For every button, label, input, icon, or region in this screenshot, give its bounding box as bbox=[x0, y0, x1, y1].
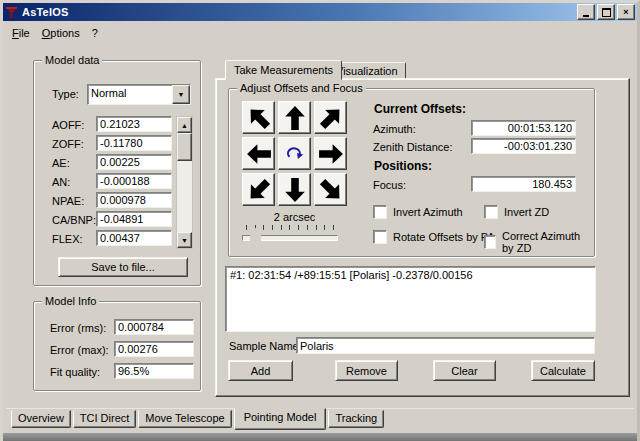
param-input-flex[interactable] bbox=[96, 230, 172, 246]
close-button[interactable]: × bbox=[617, 4, 635, 20]
scrollbar-track[interactable] bbox=[177, 161, 192, 232]
checkbox-label: Invert ZD bbox=[504, 206, 549, 218]
maximize-button[interactable] bbox=[597, 4, 615, 20]
scroll-down-icon[interactable]: ▼ bbox=[177, 232, 192, 248]
chevron-down-icon[interactable]: ▼ bbox=[172, 85, 190, 104]
param-input-cabnp[interactable] bbox=[96, 211, 172, 227]
bottom-tab-tracking[interactable]: Tracking bbox=[328, 410, 384, 428]
type-combobox[interactable]: Normal ▼ bbox=[87, 84, 191, 105]
azimuth-label: Azimuth: bbox=[373, 123, 416, 135]
rotate-arrow-icon bbox=[284, 143, 306, 165]
positions-heading: Positions: bbox=[374, 159, 432, 173]
zenith-distance-label: Zenith Distance: bbox=[373, 141, 452, 153]
fit-quality-input[interactable] bbox=[114, 363, 194, 379]
menu-item-file[interactable]: File bbox=[6, 25, 36, 41]
bottom-tab-tci-direct[interactable]: TCI Direct bbox=[73, 410, 137, 428]
model-info-group: Model Info Error (rms): Error (max): Fit… bbox=[33, 301, 201, 391]
arrow-down-right-icon bbox=[312, 171, 349, 208]
scroll-up-icon[interactable]: ▲ bbox=[177, 117, 192, 133]
param-input-zoff[interactable] bbox=[96, 135, 172, 151]
param-label: AE: bbox=[52, 157, 70, 169]
nudge-right-button[interactable] bbox=[314, 137, 347, 170]
checkbox-label: Rotate Offsets by PA bbox=[393, 231, 495, 243]
sample-name-input[interactable] bbox=[296, 337, 595, 354]
arrow-right-icon bbox=[318, 141, 344, 167]
param-input-npae[interactable] bbox=[96, 192, 172, 208]
bottom-tab-pointing-model[interactable]: Pointing Model bbox=[234, 408, 327, 430]
nudge-pad bbox=[242, 101, 347, 206]
error-max-label: Error (max): bbox=[50, 344, 109, 356]
zenith-distance-input[interactable] bbox=[471, 138, 576, 154]
remove-button[interactable]: Remove bbox=[335, 360, 398, 381]
window-bottom-edge bbox=[3, 433, 637, 441]
param-label: AN: bbox=[52, 176, 70, 188]
tab-take-measurements[interactable]: Take Measurements bbox=[225, 60, 342, 80]
slider-thumb[interactable] bbox=[250, 228, 261, 246]
checkbox-correct-azimuth-by-zd[interactable]: Correct Azimuth by ZD bbox=[484, 230, 594, 254]
arrow-up-left-icon bbox=[240, 99, 277, 136]
save-to-file-button[interactable]: Save to file... bbox=[58, 257, 188, 277]
checkbox-label: Correct Azimuth by ZD bbox=[502, 230, 594, 254]
focus-input[interactable] bbox=[471, 176, 576, 192]
param-label: CA/BNP: bbox=[52, 214, 96, 226]
measurements-listbox[interactable]: #1: 02:31:54 /+89:15:51 [Polaris] -0.237… bbox=[225, 266, 596, 332]
error-max-input[interactable] bbox=[114, 341, 194, 357]
error-rms-input[interactable] bbox=[114, 319, 194, 335]
arrow-down-icon bbox=[282, 177, 308, 203]
calculate-button[interactable]: Calculate bbox=[531, 360, 595, 381]
title-bar[interactable]: AsTelOS × bbox=[3, 3, 637, 21]
bottom-tab-move-telescope[interactable]: Move Telescope bbox=[138, 410, 231, 428]
checkbox-invert-azimuth[interactable]: Invert Azimuth bbox=[373, 205, 463, 219]
bottom-tab-bar: Overview TCI Direct Move Telescope Point… bbox=[11, 410, 384, 430]
nudge-down-button[interactable] bbox=[278, 173, 311, 206]
nudge-up-right-button[interactable] bbox=[314, 101, 347, 134]
menu-item-options[interactable]: Options bbox=[36, 25, 86, 41]
rotate-reset-button[interactable] bbox=[278, 137, 311, 170]
minimize-icon bbox=[583, 15, 589, 17]
param-input-an[interactable] bbox=[96, 173, 172, 189]
model-data-legend: Model data bbox=[42, 54, 102, 66]
param-label: NPAE: bbox=[52, 195, 84, 207]
arrow-down-left-icon bbox=[240, 171, 277, 208]
add-button[interactable]: Add bbox=[228, 360, 293, 381]
minimize-button[interactable] bbox=[577, 4, 595, 20]
param-label: ZOFF: bbox=[52, 138, 84, 150]
menu-item-help[interactable]: ? bbox=[86, 25, 104, 41]
app-icon bbox=[5, 6, 18, 19]
model-info-legend: Model Info bbox=[42, 295, 99, 307]
window-title: AsTelOS bbox=[22, 6, 68, 18]
param-input-ae[interactable] bbox=[96, 154, 172, 170]
param-label: AOFF: bbox=[52, 119, 84, 131]
slider-ticks bbox=[246, 225, 334, 230]
checkbox-icon[interactable] bbox=[484, 205, 498, 219]
azimuth-input[interactable] bbox=[471, 120, 576, 136]
menu-bar: File Options ? bbox=[6, 24, 634, 42]
current-offsets-heading: Current Offsets: bbox=[374, 102, 466, 116]
scrollbar-thumb[interactable] bbox=[177, 133, 192, 161]
param-input-aoff[interactable] bbox=[96, 116, 172, 132]
nudge-left-button[interactable] bbox=[242, 137, 275, 170]
step-slider[interactable] bbox=[242, 225, 338, 249]
clear-button[interactable]: Clear bbox=[433, 360, 496, 381]
type-combobox-value: Normal bbox=[88, 85, 172, 104]
error-rms-label: Error (rms): bbox=[50, 322, 106, 334]
checkbox-invert-zd[interactable]: Invert ZD bbox=[484, 205, 549, 219]
measurement-item[interactable]: #1: 02:31:54 /+89:15:51 [Polaris] -0.237… bbox=[226, 267, 595, 283]
checkbox-icon[interactable] bbox=[373, 205, 387, 219]
model-data-group: Model data Type: Normal ▼ AOFF: ZOFF: AE… bbox=[33, 60, 201, 286]
params-scrollbar[interactable]: ▲ ▼ bbox=[176, 116, 193, 249]
close-icon: × bbox=[623, 7, 628, 17]
arrow-up-icon bbox=[282, 105, 308, 131]
checkbox-icon[interactable] bbox=[373, 230, 387, 244]
nudge-up-left-button[interactable] bbox=[242, 101, 275, 134]
checkbox-icon[interactable] bbox=[484, 235, 496, 249]
application-window: AsTelOS × File Options ? Model data Type… bbox=[0, 0, 640, 441]
checkbox-rotate-offsets-by-pa[interactable]: Rotate Offsets by PA bbox=[373, 230, 495, 244]
nudge-up-button[interactable] bbox=[278, 101, 311, 134]
focus-label: Focus: bbox=[373, 179, 406, 191]
bottom-tab-overview[interactable]: Overview bbox=[11, 410, 71, 428]
nudge-down-right-button[interactable] bbox=[314, 173, 347, 206]
nudge-down-left-button[interactable] bbox=[242, 173, 275, 206]
arrow-up-right-icon bbox=[312, 99, 349, 136]
adjust-offsets-legend: Adjust Offsets and Focus bbox=[237, 82, 366, 94]
